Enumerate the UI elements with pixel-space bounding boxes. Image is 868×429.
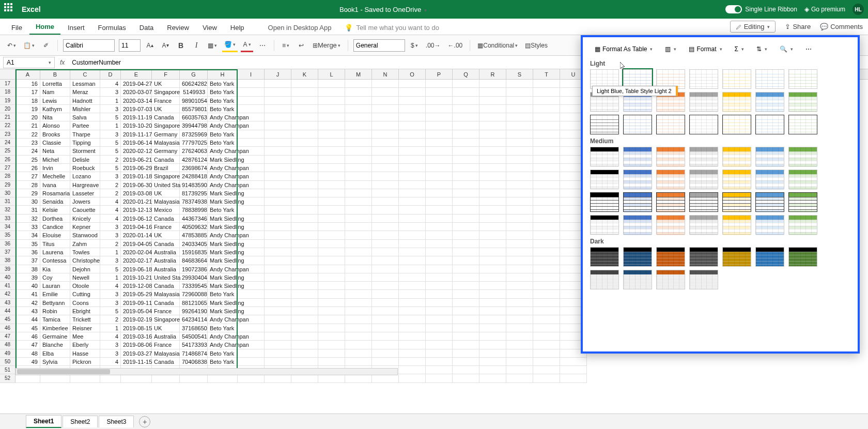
table-style-swatch[interactable] [656,192,685,212]
add-sheet-button[interactable]: + [139,416,150,427]
row-header[interactable]: 30 [0,189,16,197]
table-style-swatch[interactable] [722,170,751,189]
table-style-swatch[interactable] [788,147,817,166]
row-header[interactable]: 32 [0,206,16,214]
table-style-swatch[interactable] [656,215,685,235]
table-style-swatch[interactable] [788,170,817,189]
col-header[interactable]: O [399,69,426,79]
open-desktop-button[interactable]: Open in Desktop App [262,21,338,35]
font-select[interactable] [63,39,115,52]
table-style-swatch[interactable] [590,170,619,189]
table-style-swatch[interactable] [722,147,751,166]
col-header[interactable]: L [318,69,345,79]
table-style-swatch[interactable] [689,247,718,267]
row-header[interactable]: 51 [0,366,16,374]
row-header[interactable]: 22 [0,121,16,130]
fx-icon[interactable]: fx [60,59,65,66]
tab-formulas[interactable]: Formulas [92,21,132,35]
single-line-ribbon-toggle[interactable]: Single Line Ribbon [725,5,797,13]
row-header[interactable]: 20 [0,105,16,113]
table-style-swatch[interactable] [590,147,619,166]
table-style-swatch[interactable] [788,215,817,235]
col-header[interactable]: G [180,69,208,79]
row-header[interactable]: 18 [0,88,16,96]
increase-font-button[interactable]: A▴ [144,39,156,52]
table-style-swatch[interactable] [788,115,817,134]
fill-color-button[interactable]: 🪣▾ [222,39,238,52]
table-style-swatch[interactable] [656,270,685,289]
table-style-swatch[interactable] [689,192,718,212]
row-header[interactable]: 50 [0,358,16,366]
table-style-swatch[interactable] [623,192,652,212]
row-header[interactable]: 45 [0,315,16,324]
decimal-increase-button[interactable]: ←.00 [446,39,465,52]
font-color-button[interactable]: A▾ [241,39,253,52]
tell-me-search[interactable]: 💡 Tell me what you want to do [338,21,445,35]
row-header[interactable]: 36 [0,240,16,248]
table-style-swatch[interactable] [755,69,784,89]
table-style-swatch[interactable] [689,215,718,235]
table-style-swatch[interactable] [590,270,619,289]
col-header[interactable]: N [372,69,399,79]
table-style-swatch[interactable] [722,215,751,235]
row-header[interactable]: 31 [0,197,16,206]
align-button[interactable]: ≡▾ [280,39,292,52]
row-header[interactable]: 19 [0,97,16,105]
table-style-swatch[interactable] [722,92,751,112]
borders-button[interactable]: ▦▾ [206,39,219,52]
row-header[interactable]: 41 [0,282,16,290]
col-header[interactable]: D [100,69,121,79]
share-button[interactable]: ⇪Share [785,23,811,30]
table-style-swatch[interactable] [722,115,751,134]
row-header[interactable]: 40 [0,273,16,282]
table-style-swatch[interactable] [722,69,751,89]
table-style-swatch[interactable] [755,92,784,112]
currency-button[interactable]: $▾ [408,39,421,52]
table-style-swatch[interactable] [590,115,619,134]
col-header[interactable]: B [40,69,70,79]
conditional-formatting-button[interactable]: ▦ Conditional▾ [475,39,520,52]
row-header[interactable]: 29 [0,181,16,189]
find-button[interactable]: 🔍▾ [775,42,798,56]
table-style-swatch[interactable] [689,147,718,166]
table-style-swatch[interactable] [590,215,619,235]
editing-mode-button[interactable]: Editing ▾ [730,21,776,33]
table-style-swatch[interactable] [656,147,685,166]
decimal-decrease-button[interactable]: .00→ [424,39,443,52]
row-header[interactable]: 47 [0,332,16,341]
table-style-swatch[interactable] [689,170,718,189]
row-header[interactable]: 46 [0,324,16,332]
sort-filter-button[interactable]: ⇅▾ [752,42,772,56]
tab-review[interactable]: Review [161,21,195,35]
table-style-swatch[interactable] [590,192,619,212]
table-row[interactable]: 50 49 Sylvia Pickron 4 2019-11-15 Canada… [0,358,868,366]
table-style-swatch[interactable] [755,215,784,235]
profile-avatar[interactable]: HL [853,4,864,15]
table-style-swatch[interactable] [656,115,685,134]
format-as-table-button[interactable]: ▦ Format As Table▾ [590,42,657,56]
undo-button[interactable]: ↶▾ [5,39,18,52]
autosum-button[interactable]: Σ▾ [730,42,749,56]
format-button[interactable]: ▤ Format▾ [684,42,726,56]
sheet-tab-3[interactable]: Sheet3 [99,416,134,427]
tab-insert[interactable]: Insert [61,21,91,35]
row-header[interactable]: 42 [0,290,16,298]
more-button[interactable]: ⋯ [801,42,816,56]
insert-cells-button[interactable]: ▥▾ [660,42,681,56]
row-header[interactable]: 23 [0,130,16,139]
document-title[interactable]: Book1 - Saved to OneDrive ▾ [41,6,726,13]
row-header[interactable]: 38 [0,256,16,265]
go-premium-button[interactable]: ◈ Go premium [804,6,845,13]
col-header[interactable]: J [265,69,291,79]
table-style-swatch[interactable] [623,115,652,134]
tab-help[interactable]: Help [224,21,251,35]
col-header[interactable]: C [70,69,100,79]
col-header[interactable]: F [152,69,180,79]
table-style-swatch[interactable] [755,170,784,189]
styles-button[interactable]: ▤ Styles [523,39,550,52]
table-style-swatch[interactable] [623,247,652,267]
col-header[interactable]: E [121,69,152,79]
italic-button[interactable]: I [190,39,203,52]
paste-button[interactable]: 📋▾ [21,39,37,52]
app-launcher-icon[interactable] [4,3,17,16]
